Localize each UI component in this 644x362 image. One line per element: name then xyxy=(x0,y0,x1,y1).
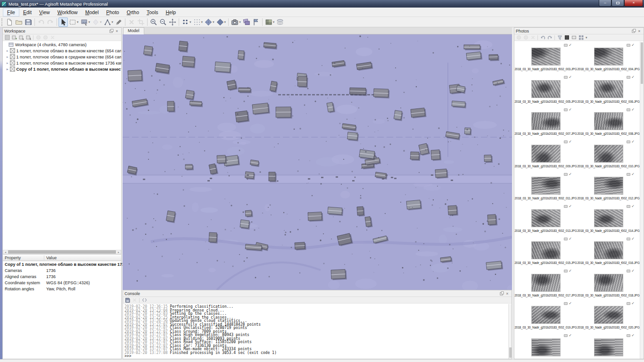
dropdown-arrow-icon[interactable]: ▾ xyxy=(224,20,226,24)
photo-thumbnail[interactable] xyxy=(531,80,561,98)
expand-icon[interactable]: ▸ xyxy=(7,55,8,59)
menu-item-workflow[interactable]: Workflow xyxy=(54,8,82,16)
dropdown-arrow-icon[interactable]: ▾ xyxy=(201,20,203,24)
scrollbar-thumb[interactable] xyxy=(8,250,116,254)
photo-item[interactable]: ✓2018_03_30_Nadir_g201b20183_f002_016.JP… xyxy=(577,236,640,269)
float-panel-icon[interactable] xyxy=(108,28,114,33)
zoom-in-button[interactable] xyxy=(149,17,158,27)
show-images-button[interactable] xyxy=(242,17,251,27)
redo-button[interactable] xyxy=(46,17,55,27)
photo-thumbnail[interactable] xyxy=(531,306,561,324)
photo-thumbnail[interactable] xyxy=(531,241,561,259)
remove-button[interactable] xyxy=(530,35,536,40)
photo-item[interactable]: ✓2018_03_30_Nadir_g201b20183_f002_014.JP… xyxy=(577,204,640,237)
dropdown-arrow-icon[interactable]: ▾ xyxy=(89,20,91,24)
disable-button[interactable] xyxy=(523,35,528,40)
minimize-button[interactable]: – xyxy=(599,0,611,7)
console-log[interactable]: 2019-02-20 12:36:15 Performing classific… xyxy=(123,304,512,359)
photo-thumbnail[interactable] xyxy=(531,112,561,130)
photo-item[interactable]: ✓2018_03_30_Nadir_g201b20183_f002_019.JP… xyxy=(514,301,577,333)
photo-item[interactable]: ✓2018_03_30_Nadir_g201b20183_f002_010.JP… xyxy=(577,140,640,172)
zoom-out-button[interactable] xyxy=(158,17,168,27)
add-chunk-button[interactable] xyxy=(4,35,10,40)
details-view-button[interactable] xyxy=(571,35,577,40)
photo-item[interactable]: ✓2018_03_30_Nadir_g201b20183_f002_021.JP… xyxy=(514,333,577,359)
show-cameras-button[interactable]: ▾ xyxy=(230,17,242,27)
close-button[interactable]: × xyxy=(624,0,643,7)
rectangle-selection-button[interactable]: ▾ xyxy=(68,17,80,27)
photo-item[interactable]: ✓2018_03_30_Nadir_g201b20183_f002_017.JP… xyxy=(514,269,577,301)
chunk-item-3[interactable]: ▸1 полет, плотное облако в высоком качес… xyxy=(3,60,121,66)
chunk-item-4[interactable]: ▸Copy of 1 полет, плотное облако в высок… xyxy=(3,66,121,72)
menu-item-ortho[interactable]: Ortho xyxy=(123,8,143,16)
photo-item[interactable]: ✓2018_03_30_Nadir_g201b20183_f002_020.JP… xyxy=(577,301,640,333)
photo-thumbnail[interactable] xyxy=(594,306,623,324)
measure-button[interactable]: ▾ xyxy=(103,17,115,27)
chunk-item-1[interactable]: ▸1 полет, плотное облако в высоком качес… xyxy=(3,48,121,54)
photo-thumbnail[interactable] xyxy=(594,112,623,130)
reset-view-button[interactable] xyxy=(168,17,177,27)
photo-thumbnail[interactable] xyxy=(531,209,561,227)
photo-thumbnail[interactable] xyxy=(594,209,623,227)
menu-item-edit[interactable]: Edit xyxy=(19,8,35,16)
expand-icon[interactable]: ▸ xyxy=(7,67,8,71)
clear-log-button[interactable] xyxy=(132,297,137,303)
photo-thumbnail[interactable] xyxy=(531,145,561,163)
photo-selection-button[interactable]: ▾ xyxy=(80,17,91,27)
dem-button[interactable] xyxy=(275,17,285,27)
tab-model[interactable]: Model xyxy=(123,27,144,34)
photo-item[interactable]: ✓2018_03_30_Nadir_g201b20183_f002_008.JP… xyxy=(577,107,640,140)
navigation-cursor-button[interactable] xyxy=(58,17,68,27)
new-document-button[interactable] xyxy=(5,17,14,27)
console-scrollbar[interactable] xyxy=(508,304,512,359)
photo-item[interactable]: ✓2018_03_30_Nadir_g201b20183_f002_004.JP… xyxy=(577,42,640,75)
enable-button[interactable] xyxy=(516,35,521,40)
crop-selection-button[interactable] xyxy=(136,17,146,27)
photo-item[interactable]: ✓2018_03_30_Nadir_g201b20183_f002_003.JP… xyxy=(514,42,577,75)
remove-button[interactable] xyxy=(50,35,55,40)
menu-item-file[interactable]: File xyxy=(3,8,19,16)
expand-icon[interactable]: ▸ xyxy=(7,49,8,53)
photo-item[interactable]: ✓2018_03_30_Nadir_g201b20183_f002_009.JP… xyxy=(514,140,577,172)
close-panel-icon[interactable]: × xyxy=(504,291,510,296)
photo-thumbnail[interactable] xyxy=(531,48,561,66)
disable-button[interactable] xyxy=(42,35,48,40)
gradual-selection-button[interactable]: ▾ xyxy=(91,17,103,27)
model-solid-view-button[interactable]: ▾ xyxy=(215,17,227,27)
delete-selection-button[interactable] xyxy=(127,17,136,27)
menu-item-model[interactable]: Model xyxy=(82,8,103,16)
photo-item[interactable]: ✓2018_03_30_Nadir_g201b20183_f002_011.JP… xyxy=(514,172,577,204)
photo-item[interactable]: ✓2018_03_30_Nadir_g201b20183_f002_012.JP… xyxy=(577,172,640,204)
workspace-horizontal-scrollbar[interactable]: ◂ ▸ xyxy=(3,250,121,254)
dense-cloud-view-button[interactable]: ▾ xyxy=(192,17,204,27)
show-markers-button[interactable] xyxy=(251,17,261,27)
thumbnails-view-button[interactable] xyxy=(578,35,584,40)
photos-scrollbar[interactable] xyxy=(640,41,644,359)
photo-thumbnail[interactable] xyxy=(594,80,623,98)
dropdown-arrow-icon[interactable]: ▾ xyxy=(239,20,241,24)
scroll-right-icon[interactable]: ▸ xyxy=(116,250,121,254)
dropdown-arrow-icon[interactable]: ▾ xyxy=(100,20,102,24)
icons-view-button[interactable] xyxy=(564,35,570,40)
photo-item[interactable]: ✓2018_03_30_Nadir_g201b20183_f002_013.JP… xyxy=(514,204,577,237)
rotate-right-button[interactable] xyxy=(547,35,553,40)
maximize-button[interactable] xyxy=(611,0,624,7)
float-panel-icon[interactable] xyxy=(499,291,504,296)
photo-item[interactable]: ✓2018_03_30_Nadir_g201b20183_f002_005.JP… xyxy=(514,75,577,107)
close-panel-icon[interactable]: × xyxy=(114,28,120,33)
chunk-item-2[interactable]: ▸1 полет, плотное облако в среднем качес… xyxy=(3,54,121,60)
toolbar-grip[interactable] xyxy=(1,18,4,26)
dropdown-arrow-icon[interactable]: ▾ xyxy=(213,20,215,24)
photo-thumbnail[interactable] xyxy=(594,338,623,356)
save-document-button[interactable] xyxy=(24,17,33,27)
photo-thumbnail[interactable] xyxy=(531,177,561,195)
dropdown-arrow-icon[interactable]: ▾ xyxy=(586,36,587,40)
photo-thumbnail[interactable] xyxy=(531,274,561,292)
dropdown-arrow-icon[interactable]: ▾ xyxy=(273,20,275,24)
model-viewport[interactable] xyxy=(123,34,512,290)
menu-item-view[interactable]: View xyxy=(35,8,54,16)
orthomosaic-button[interactable]: ▾ xyxy=(264,17,276,27)
photo-item[interactable]: ✓2018_03_30_Nadir_g201b20183_f002_006.JP… xyxy=(577,75,640,107)
photo-thumbnail[interactable] xyxy=(594,177,623,195)
photo-item[interactable]: ✓2018_03_30_Nadir_g201b20183_f002_018.JP… xyxy=(577,269,640,301)
